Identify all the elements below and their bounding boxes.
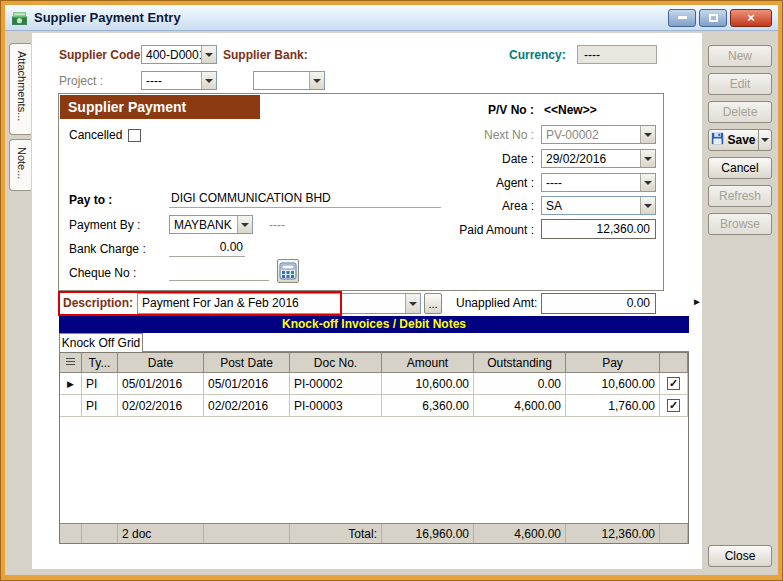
- next-no-combo[interactable]: PV-00002: [541, 125, 656, 144]
- bank-charge-field[interactable]: 0.00: [169, 238, 245, 257]
- close-button[interactable]: Close: [708, 545, 772, 567]
- next-no-label: Next No :: [434, 128, 534, 142]
- chevron-down-icon[interactable]: [309, 72, 324, 89]
- chevron-down-icon[interactable]: [201, 46, 216, 63]
- area-value: SA: [542, 197, 640, 214]
- cheque-no-field[interactable]: [169, 262, 269, 281]
- col-post-date[interactable]: Post Date: [204, 353, 290, 372]
- total-pay: 12,360.00: [566, 524, 660, 543]
- close-icon: ×: [747, 11, 755, 24]
- cancel-button[interactable]: Cancel: [708, 157, 772, 179]
- table-row[interactable]: PI 02/02/2016 02/02/2016 PI-00003 6,360.…: [60, 395, 688, 417]
- chevron-down-icon[interactable]: [237, 216, 252, 233]
- pv-no-label: P/V No :: [434, 103, 534, 117]
- total-amount: 16,960.00: [382, 524, 474, 543]
- project-value: ----: [142, 72, 201, 89]
- calculator-button[interactable]: [277, 259, 299, 283]
- area-label: Area :: [434, 199, 534, 213]
- pay-to-field[interactable]: DIGI COMMUNICATION BHD: [169, 189, 441, 208]
- save-button[interactable]: Save: [708, 129, 772, 151]
- app-icon: [11, 9, 28, 26]
- unapplied-field: 0.00: [541, 293, 656, 314]
- cell-pay: 1,760.00: [566, 395, 660, 416]
- paid-amount-label: Paid Amount :: [424, 223, 534, 237]
- minimize-button[interactable]: [668, 9, 696, 27]
- check-icon: ✓: [669, 399, 678, 412]
- description-label: Description:: [63, 296, 133, 310]
- action-panel: New Edit Delete Save Ca: [702, 31, 778, 575]
- edit-button[interactable]: Edit: [708, 73, 772, 95]
- total-label: Total:: [290, 524, 382, 543]
- cell-amount: 10,600.00: [382, 373, 474, 394]
- cell-date: 05/01/2016: [118, 373, 204, 394]
- col-doc-no[interactable]: Doc No.: [290, 353, 382, 372]
- cell-outstanding: 0.00: [474, 373, 566, 394]
- project-combo[interactable]: ----: [141, 71, 217, 90]
- chevron-down-icon[interactable]: [640, 150, 655, 167]
- tab-knock-off-grid[interactable]: Knock Off Grid: [59, 333, 143, 352]
- col-outstanding[interactable]: Outstanding: [474, 353, 566, 372]
- col-type[interactable]: Ty...: [82, 353, 118, 372]
- paid-amount-field[interactable]: 12,360.00: [541, 219, 656, 239]
- tab-attachments[interactable]: Attachments...: [9, 43, 31, 135]
- browse-button[interactable]: Browse: [708, 213, 772, 235]
- pv-no-value: <<New>>: [544, 103, 597, 117]
- col-pay[interactable]: Pay: [566, 353, 660, 372]
- supplier-payment-entry-window: Supplier Payment Entry × Attachments... …: [0, 0, 783, 581]
- cell-type: PI: [82, 373, 118, 394]
- description-more-button[interactable]: ...: [424, 293, 442, 314]
- chevron-down-icon[interactable]: [640, 126, 655, 143]
- cell-date: 02/02/2016: [118, 395, 204, 416]
- column-chooser-cell[interactable]: [60, 353, 82, 372]
- cell-pay: 10,600.00: [566, 373, 660, 394]
- knockoff-grid: Ty... Date Post Date Doc No. Amount Outs…: [59, 352, 689, 544]
- col-amount[interactable]: Amount: [382, 353, 474, 372]
- chevron-down-icon[interactable]: [405, 294, 420, 313]
- chevron-down-icon[interactable]: [201, 72, 216, 89]
- supplier-code-label: Supplier Code:: [59, 48, 144, 62]
- project-label: Project :: [59, 74, 103, 88]
- titlebar: Supplier Payment Entry ×: [5, 5, 778, 31]
- description-combo[interactable]: Payment For Jan & Feb 2016: [137, 293, 421, 314]
- supplier-code-combo[interactable]: 400-D0001: [141, 45, 217, 64]
- cell-post-date: 05/01/2016: [204, 373, 290, 394]
- date-combo[interactable]: 29/02/2016: [541, 149, 656, 168]
- tab-note[interactable]: Note...: [9, 139, 31, 191]
- close-window-button[interactable]: ×: [730, 9, 772, 27]
- col-check: [660, 353, 688, 372]
- main-content: Supplier Code: 400-D0001 Supplier Bank: …: [32, 33, 702, 569]
- chevron-down-icon[interactable]: [640, 197, 655, 214]
- expand-right-icon[interactable]: ►: [692, 296, 702, 307]
- currency-label: Currency:: [509, 48, 566, 62]
- cancelled-row: Cancelled: [69, 128, 141, 142]
- cancelled-label: Cancelled: [69, 128, 122, 142]
- new-button[interactable]: New: [708, 45, 772, 67]
- window-body: Attachments... Note... Supplier Code: 40…: [5, 31, 778, 575]
- check-icon: ✓: [669, 377, 678, 390]
- row-checkbox[interactable]: ✓: [667, 399, 680, 412]
- payment-by-combo[interactable]: MAYBANK: [169, 215, 253, 234]
- cancelled-checkbox[interactable]: [128, 129, 141, 142]
- left-tab-strip: Attachments... Note...: [5, 31, 32, 575]
- supplier-bank-combo[interactable]: [253, 71, 325, 90]
- agent-value: ----: [542, 174, 640, 191]
- chevron-down-icon[interactable]: [640, 174, 655, 191]
- payment-by-value: MAYBANK: [170, 216, 237, 233]
- save-label: Save: [727, 133, 755, 147]
- row-checkbox[interactable]: ✓: [667, 377, 680, 390]
- total-outstanding: 4,600.00: [474, 524, 566, 543]
- agent-combo[interactable]: ----: [541, 173, 656, 192]
- cheque-no-label: Cheque No :: [69, 266, 136, 280]
- cell-type: PI: [82, 395, 118, 416]
- cell-doc-no: PI-00003: [290, 395, 382, 416]
- cell-outstanding: 4,600.00: [474, 395, 566, 416]
- next-no-value: PV-00002: [542, 126, 640, 143]
- knockoff-bar-title: Knock-off Invoices / Debit Notes: [59, 316, 689, 333]
- maximize-button[interactable]: [699, 9, 727, 27]
- table-row[interactable]: ▶ PI 05/01/2016 05/01/2016 PI-00002 10,6…: [60, 373, 688, 395]
- save-dropdown-arrow[interactable]: [758, 130, 771, 150]
- area-combo[interactable]: SA: [541, 196, 656, 215]
- col-date[interactable]: Date: [118, 353, 204, 372]
- delete-button[interactable]: Delete: [708, 101, 772, 123]
- refresh-button[interactable]: Refresh: [708, 185, 772, 207]
